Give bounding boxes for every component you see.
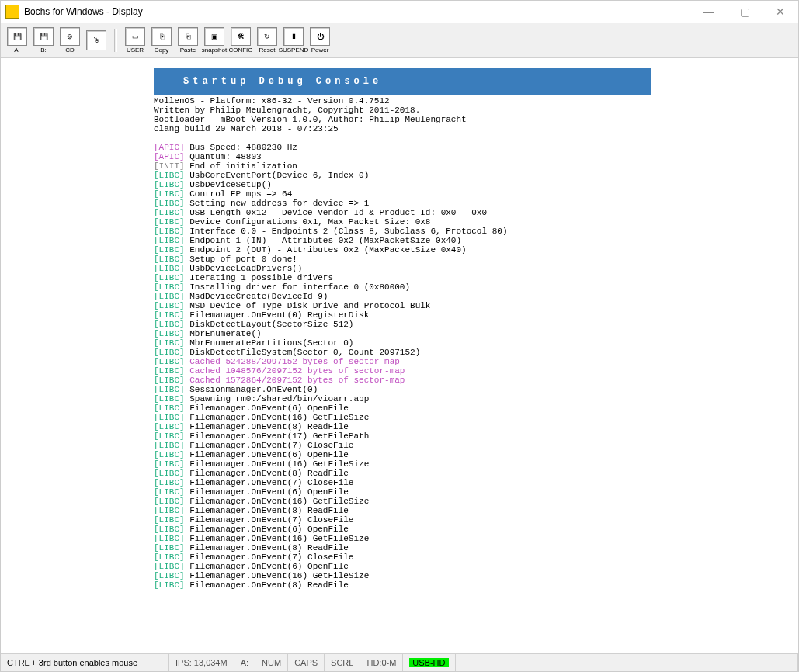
floppy-b-button[interactable]: 💾B: [32, 27, 55, 54]
console-line: [LIBC] Filemanager.OnEvent(8) ReadFile [154, 506, 651, 515]
log-message: Filemanager.OnEvent(8) ReadFile [185, 469, 349, 478]
console-line: [LIBC] Filemanager.OnEvent(7) CloseFile [154, 515, 651, 525]
log-tag: [LIBC] [154, 515, 185, 525]
floppy-a-icon: 💾 [7, 27, 27, 46]
log-message: Filemanager.OnEvent(6) OpenFile [185, 525, 349, 534]
status-ips: IPS: 13,034M [169, 654, 234, 671]
console-line: [LIBC] Filemanager.OnEvent(16) GetFileSi… [154, 459, 651, 469]
log-tag: [LIBC] [154, 552, 185, 562]
status-num: NUM [255, 654, 288, 671]
log-tag: [LIBC] [154, 171, 185, 180]
log-message: Cached 524288/2097152 bytes of sector-ma… [185, 357, 400, 366]
log-tag: [LIBC] [154, 208, 185, 217]
log-tag: [LIBC] [154, 394, 185, 404]
reset-icon: ↻ [257, 27, 277, 46]
console-line: [LIBC] Device Configurations 0x1, Max Pa… [154, 217, 651, 227]
log-message: Filemanager.OnEvent(8) ReadFile [185, 543, 349, 552]
log-message: Installing driver for interface 0 (0x800… [185, 282, 410, 292]
config-button[interactable]: 🛠CONFIG [229, 27, 252, 54]
log-message: End of initialization [185, 161, 297, 171]
paste-button[interactable]: ⎗Paste [176, 27, 200, 54]
log-message: Device Configurations 0x1, Max Packet Si… [185, 217, 431, 227]
suspend-button[interactable]: ⏸SUSPEND [282, 27, 305, 54]
log-message: USB Length 0x12 - Device Vendor Id & Pro… [185, 208, 487, 217]
console-line: [LIBC] Filemanager.OnEvent(7) CloseFile [154, 478, 651, 487]
console-blank [154, 133, 651, 143]
log-tag: [LIBC] [154, 301, 185, 310]
maximize-button[interactable]: ▢ [727, 1, 763, 23]
log-message: Filemanager.OnEvent(7) CloseFile [185, 441, 354, 450]
console-line: [LIBC] Filemanager.OnEvent(16) GetFileSi… [154, 571, 651, 580]
log-message: Filemanager.OnEvent(16) GetFileSize [185, 413, 370, 422]
power-icon: ⏻ [310, 27, 330, 46]
log-tag: [LIBC] [154, 366, 185, 376]
console-line: [LIBC] MbrEnumeratePartitions(Sector 0) [154, 338, 651, 348]
copy-label: Copy [155, 47, 169, 54]
console-line: [LIBC] Filemanager.OnEvent(8) ReadFile [154, 469, 651, 478]
log-message: Filemanager.OnEvent(6) OpenFile [185, 404, 349, 413]
log-message: Filemanager.OnEvent(8) ReadFile [185, 580, 349, 590]
floppy-a-label: A: [14, 47, 20, 54]
minimize-button[interactable]: — [691, 1, 727, 23]
log-tag: [LIBC] [154, 506, 185, 515]
console-line: [LIBC] Sessionmanager.OnEvent(0) [154, 385, 651, 394]
console-line: [LIBC] Filemanager.OnEvent(6) OpenFile [154, 525, 651, 534]
console-line: [LIBC] Iterating 1 possible drivers [154, 273, 651, 282]
console-line: [LIBC] Filemanager.OnEvent(7) CloseFile [154, 441, 651, 450]
mouse-button[interactable]: 🖱 [85, 27, 108, 54]
reset-button[interactable]: ↻Reset [255, 27, 279, 54]
log-tag: [LIBC] [154, 478, 185, 487]
paste-label: Paste [180, 47, 196, 54]
console-line: [LIBC] MsdDeviceCreate(DeviceId 9) [154, 292, 651, 301]
log-tag: [LIBC] [154, 571, 185, 580]
log-message: Spawning rm0:/shared/bin/vioarr.app [185, 394, 370, 404]
console-line: [LIBC] UsbDeviceSetup() [154, 180, 651, 189]
console-line: [LIBC] Spawning rm0:/shared/bin/vioarr.a… [154, 394, 651, 404]
copy-button[interactable]: ⎘Copy [150, 27, 173, 54]
log-message: Filemanager.OnEvent(6) OpenFile [185, 562, 349, 571]
status-hint: CTRL + 3rd button enables mouse [1, 654, 169, 671]
log-message: Filemanager.OnEvent(6) OpenFile [185, 487, 349, 497]
cdrom-button[interactable]: ⊚CD [58, 27, 82, 54]
console-line: [APIC] Bus Speed: 4880230 Hz [154, 143, 651, 152]
log-tag: [LIBC] [154, 348, 185, 357]
user-button[interactable]: ▭USER [123, 27, 147, 54]
log-message: DiskDetectLayout(SectorSize 512) [185, 320, 354, 329]
status-hd: HD:0-M [360, 654, 403, 671]
snapshot-button[interactable]: ▣snapshot [203, 27, 226, 54]
log-tag: [LIBC] [154, 199, 185, 208]
floppy-a-button[interactable]: 💾A: [5, 27, 29, 54]
log-message: Interface 0.0 - Endpoints 2 (Class 8, Su… [185, 227, 508, 236]
close-button[interactable]: ✕ [763, 1, 798, 23]
log-tag: [LIBC] [154, 255, 185, 264]
power-button[interactable]: ⏻Power [308, 27, 332, 54]
log-message: Control EP mps => 64 [185, 189, 293, 199]
titlebar: Bochs for Windows - Display — ▢ ✕ [1, 1, 798, 23]
console-line: [LIBC] Cached 1572864/2097152 bytes of s… [154, 376, 651, 385]
suspend-label: SUSPEND [279, 47, 309, 54]
content-area: Startup Debug Console MollenOS - Platfor… [1, 58, 798, 653]
status-caps: CAPS [288, 654, 325, 671]
log-message: DiskDetectFileSystem(Sector 0, Count 209… [185, 348, 421, 357]
status-drive-a: A: [234, 654, 255, 671]
log-tag: [LIBC] [154, 441, 185, 450]
window-controls: — ▢ ✕ [691, 1, 798, 23]
console-line: [INIT] End of initialization [154, 161, 651, 171]
log-message: Filemanager.OnEvent(8) ReadFile [185, 422, 349, 431]
console-line: [LIBC] Filemanager.OnEvent(0) RegisterDi… [154, 310, 651, 320]
log-message: UsbDeviceSetup() [185, 180, 272, 189]
console-line: [LIBC] Cached 524288/2097152 bytes of se… [154, 357, 651, 366]
console-line: MollenOS - Platform: x86-32 - Version 0.… [154, 96, 651, 106]
console-line: [LIBC] Setting new address for device =>… [154, 199, 651, 208]
log-message: Quantum: 48803 [185, 152, 262, 161]
log-tag: [LIBC] [154, 413, 185, 422]
console-line: [LIBC] Endpoint 1 (IN) - Attributes 0x2 … [154, 236, 651, 245]
log-tag: [LIBC] [154, 580, 185, 590]
console-line: [LIBC] Filemanager.OnEvent(6) OpenFile [154, 487, 651, 497]
console-line: [LIBC] MbrEnumerate() [154, 329, 651, 338]
log-tag: [LIBC] [154, 320, 185, 329]
log-tag: [LIBC] [154, 497, 185, 506]
mouse-icon: 🖱 [86, 30, 106, 50]
console-line: [LIBC] Filemanager.OnEvent(17) GetFilePa… [154, 431, 651, 441]
log-tag: [LIBC] [154, 450, 185, 459]
